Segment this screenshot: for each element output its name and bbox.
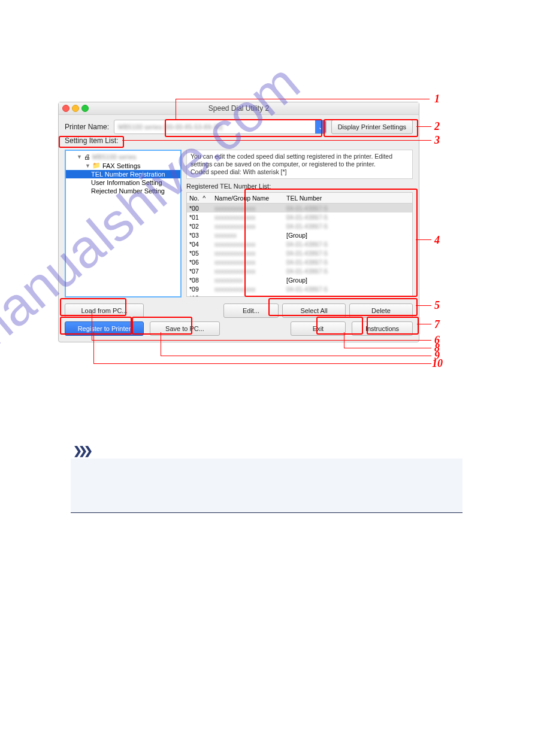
window-titlebar: Speed Dial Utility 2 <box>59 102 419 115</box>
table-row[interactable]: *05xxxxxxxxxxxxx04-01-43867-5 <box>187 248 412 257</box>
table-row[interactable]: *04xxxxxxxxxxxxx04-01-43867-5 <box>187 239 412 248</box>
chevron-down-icon: ⌄ <box>315 120 326 133</box>
delete-button[interactable]: Delete <box>349 303 413 318</box>
tel-list-label: Registered TEL Number List: <box>186 183 413 190</box>
table-row[interactable]: *10 <box>187 293 412 297</box>
traffic-lights <box>62 105 89 112</box>
printer-name-label: Printer Name: <box>65 123 109 131</box>
settings-tree[interactable]: ▼🖨MB5100 series ▼📁FAX Settings TEL Numbe… <box>65 150 182 297</box>
note-body <box>71 459 463 512</box>
printer-name-select[interactable]: MB5100 series [00-00-85-53-89-30] ⌄ <box>114 120 327 134</box>
tel-number-table[interactable]: No. ^ Name/Group Name TEL Number *00xxxx… <box>186 192 413 297</box>
register-to-printer-button[interactable]: Register to Printer <box>65 321 144 336</box>
display-printer-settings-button[interactable]: Display Printer Settings <box>331 120 413 134</box>
exit-button[interactable]: Exit <box>291 321 346 336</box>
callout-number-7: 7 <box>434 318 440 331</box>
tree-root[interactable]: ▼🖨MB5100 series <box>66 153 180 161</box>
table-row[interactable]: *09xxxxxxxxxxxxx04-01-43867-5 <box>187 284 412 293</box>
edit-button[interactable]: Edit... <box>223 303 279 318</box>
table-row[interactable]: *02xxxxxxxxxxxxx04-01-43867-5 <box>187 221 412 230</box>
instructions-button[interactable]: Instructions <box>352 321 413 336</box>
tree-rejected-number[interactable]: Rejected Number Setting <box>66 187 180 195</box>
callout-number-5: 5 <box>434 299 440 312</box>
table-row[interactable]: *06xxxxxxxxxxxxx04-01-43867-5 <box>187 257 412 266</box>
note-chevron-icon: ❯❯❯ <box>73 444 89 457</box>
table-header: No. ^ Name/Group Name TEL Number <box>187 193 412 204</box>
tree-user-info[interactable]: User Information Setting <box>66 178 180 187</box>
description-text: You can edit the coded speed dial settin… <box>186 150 413 179</box>
tree-tel-registration[interactable]: TEL Number Registration <box>66 170 180 178</box>
close-icon[interactable] <box>62 105 69 112</box>
table-row[interactable]: *03xxxxxxx[Group] <box>187 230 412 239</box>
table-row[interactable]: *01xxxxxxxxxxxxx04-01-43867-5 <box>187 212 412 221</box>
callout-number-10: 10 <box>432 357 443 370</box>
load-from-pc-button[interactable]: Load from PC... <box>65 303 144 318</box>
setting-item-list-label: Setting Item List: <box>59 136 419 147</box>
select-all-button[interactable]: Select All <box>282 303 346 318</box>
zoom-icon[interactable] <box>81 105 89 112</box>
tree-fax-settings[interactable]: ▼📁FAX Settings <box>66 161 180 170</box>
window-title: Speed Dial Utility 2 <box>208 104 269 113</box>
table-row[interactable]: *00xxxxxxxxxxxxx04-01-43867-5 <box>187 204 412 212</box>
callout-number-3: 3 <box>434 134 440 147</box>
table-row[interactable]: *08xxxxxxxxx[Group] <box>187 275 412 284</box>
minimize-icon[interactable] <box>72 105 79 112</box>
printer-name-value: MB5100 series [00-00-85-53-89-30] <box>118 123 222 130</box>
table-row[interactable]: *07xxxxxxxxxxxxx04-01-43867-5 <box>187 266 412 275</box>
note-bottom-rule <box>71 512 463 513</box>
app-window: Speed Dial Utility 2 Printer Name: MB510… <box>58 102 419 342</box>
callout-number-4: 4 <box>434 234 440 247</box>
callout-number-2: 2 <box>434 120 440 133</box>
callout-number-1: 1 <box>434 93 440 105</box>
